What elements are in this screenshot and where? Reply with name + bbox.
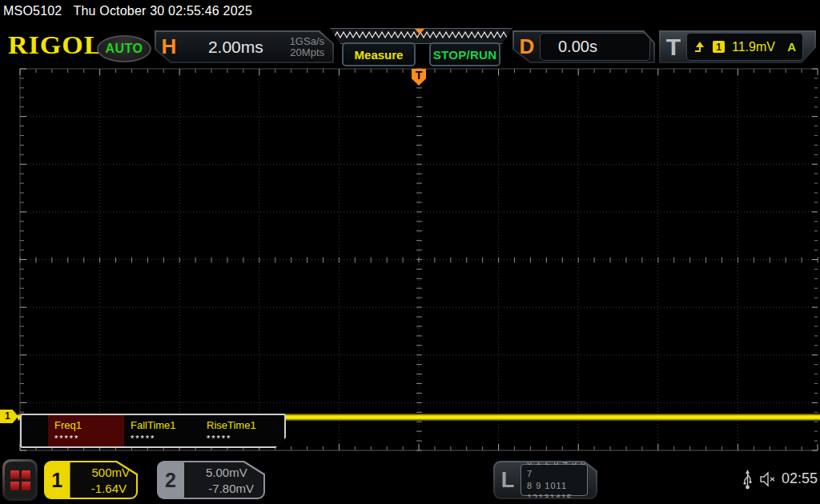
horizontal-settings-section[interactable]: H 2.00ms 1GSa/s 20Mpts [155, 30, 334, 63]
clock: 02:55 [782, 470, 818, 487]
timebase-value[interactable]: 2.00ms [182, 38, 290, 57]
measurement-value: ***** [207, 434, 231, 443]
acquire-status-label: AUTO [105, 42, 143, 56]
overview-trigger-position-icon[interactable] [415, 29, 424, 34]
titlebar: MSO5102Thu October 30 02:55:46 2025 [3, 4, 252, 18]
logic-row1: 0 1 2 3 4 5 6 7 [527, 456, 587, 480]
measure-button[interactable]: Measure [342, 42, 416, 66]
measurement-overlay: Freq1 ***** FallTime1 ***** RiseTime1 **… [20, 414, 286, 448]
logic-label: L [495, 468, 521, 493]
measurement-item-risetime1[interactable]: RiseTime1 ***** [200, 415, 276, 446]
measurement-value: ***** [54, 434, 79, 443]
channel2-badge[interactable]: 2 5.00mV -7.80mV [157, 461, 265, 499]
trigger-sweep-mode: A [787, 40, 796, 54]
datetime: Thu October 30 02:55:46 2025 [73, 4, 252, 18]
graticule: T 1 Freq1 ***** FallTime1 ***** RiseTime… [0, 67, 820, 453]
rigol-logo: RIGOL [8, 32, 102, 60]
measurement-label: RiseTime1 [207, 419, 256, 431]
trigger-delay-section[interactable]: D 0.00s [512, 30, 655, 63]
measurement-item-freq1[interactable]: Freq1 ***** [48, 415, 124, 446]
trigger-label: T [661, 34, 686, 61]
channel2-scale: 5.00mV [206, 465, 247, 481]
delay-value[interactable]: 0.00s [541, 38, 597, 56]
logic-channel-list: 0 1 2 3 4 5 6 7 8 9 1011 12131415 [521, 464, 588, 496]
measurement-item-falltime1[interactable]: FallTime1 ***** [124, 415, 200, 446]
horizontal-label: H [156, 34, 182, 59]
usb-icon [742, 470, 754, 490]
trigger-source-badge[interactable]: 1 [713, 41, 725, 53]
grid [0, 67, 820, 456]
logic-row2: 8 9 1011 12131415 [527, 480, 587, 504]
model-name: MSO5102 [3, 4, 62, 18]
memory-depth: 20Mpts [290, 46, 324, 58]
channel1-offset: -1.64V [74, 481, 130, 497]
grid-svg [0, 67, 820, 453]
channel2-number: 2 [157, 461, 184, 499]
stop-run-button-label: STOP/RUN [433, 48, 497, 62]
measure-button-label: Measure [355, 48, 404, 62]
rising-edge-trigger-icon [693, 41, 705, 53]
trigger-level-value[interactable]: 11.9mV [732, 40, 775, 54]
oscilloscope-screen: MSO5102Thu October 30 02:55:46 2025 RIGO… [0, 0, 820, 504]
logic-channels-badge[interactable]: L 0 1 2 3 4 5 6 7 8 9 1011 12131415 [493, 461, 597, 499]
trigger-settings-section[interactable]: T 1 11.9mV A [659, 30, 816, 63]
channel1-number: 1 [44, 461, 70, 499]
sample-rate-depth: 1GSa/s 20Mpts [290, 36, 332, 58]
measurement-value: ***** [131, 434, 155, 443]
channel2-offset: -7.80mV [189, 481, 257, 497]
speaker-muted-icon [759, 471, 778, 487]
measurement-label: FallTime1 [131, 419, 176, 431]
stop-run-button[interactable]: STOP/RUN [429, 42, 500, 66]
display-grid-button[interactable] [2, 459, 38, 501]
channel1-scale: 500mV [91, 465, 130, 481]
channel1-badge[interactable]: 1 500mV -1.64V [44, 461, 138, 499]
acquire-status-badge: AUTO [97, 35, 151, 62]
delay-label: D [514, 34, 540, 59]
grid-icon [5, 462, 35, 498]
measurement-label: Freq1 [54, 419, 82, 431]
